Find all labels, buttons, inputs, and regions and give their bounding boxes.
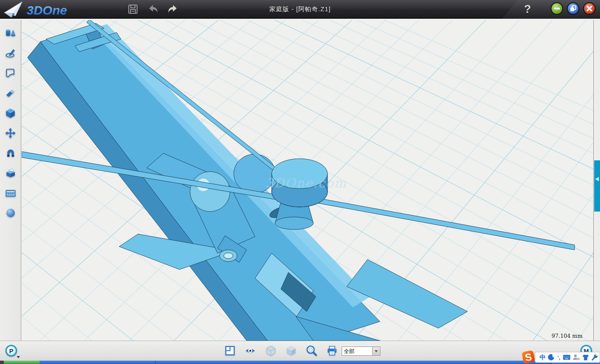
sketch-pen-icon (5, 48, 16, 58)
maximize-button[interactable] (567, 2, 580, 15)
shaded-cube-icon (286, 345, 297, 356)
close-button[interactable] (583, 2, 596, 15)
taskbar-divider (155, 361, 156, 364)
surface-sheet-icon (5, 68, 16, 78)
taskbar-corner (0, 361, 4, 364)
sphere-icon (5, 208, 16, 218)
left-toolbar (0, 20, 21, 341)
zoom-button[interactable] (306, 345, 317, 356)
moon-icon[interactable] (548, 353, 555, 362)
minimize-button[interactable] (550, 2, 563, 15)
windows-taskbar-edge (0, 361, 600, 364)
display-filter-dropdown[interactable]: 全部 (342, 347, 380, 356)
3d-scene: 3DOne.com (22, 20, 594, 341)
eraser-icon (5, 88, 16, 98)
ime-toolbar: 中 ’, (535, 352, 600, 363)
view-corner-icon (225, 345, 235, 356)
sidebar-tool-special-box[interactable] (1, 165, 20, 180)
ime-punctuation-mode[interactable]: ’, (557, 353, 561, 362)
3d-viewport[interactable]: 3DOne.com 97.104 mm (22, 20, 594, 341)
shirt-icon[interactable] (582, 353, 589, 362)
right-panel-strip (594, 20, 600, 341)
move-arrows-icon (5, 128, 16, 138)
view-corner-button[interactable] (224, 345, 235, 356)
status-bar: P (0, 341, 600, 361)
sidebar-tool-primitives[interactable] (1, 25, 20, 40)
dropdown-arrow-button[interactable] (372, 347, 380, 355)
sogou-logo[interactable]: S (521, 350, 536, 364)
visibility-button[interactable] (245, 345, 256, 356)
view-toolbar (224, 345, 338, 356)
3done-window: 3DOne 家庭版 - [阿帕奇. (0, 0, 600, 364)
sidebar-tool-material-sphere[interactable] (1, 205, 20, 220)
minimize-icon (554, 8, 560, 10)
sidebar-tool-measure[interactable] (1, 185, 20, 200)
open-box-icon (5, 168, 16, 178)
print-button[interactable] (326, 345, 338, 356)
watermark: 3DOne.com (265, 176, 347, 190)
chevron-left-icon (595, 177, 599, 181)
printer-icon (327, 345, 338, 356)
pm-left-badge[interactable]: P (5, 345, 17, 357)
magnifier-icon (306, 345, 317, 356)
start-button-edge[interactable] (4, 361, 40, 364)
display-filter-value: 全部 (342, 347, 372, 355)
sidebar-tool-sketch[interactable] (1, 45, 20, 60)
window-title: 家庭版 - [阿帕奇.Z1] (0, 0, 600, 19)
measure-ruler-icon (5, 188, 16, 197)
grid-scale-label: 97.104 mm (552, 333, 582, 339)
sidebar-tool-eraser[interactable] (1, 85, 20, 100)
chevron-down-icon (375, 350, 378, 352)
panel-expand-tab[interactable] (594, 160, 600, 212)
sidebar-tool-move[interactable] (1, 125, 20, 140)
eye-icon (245, 345, 256, 356)
cube-icon (5, 108, 16, 118)
badge-dropdown-caret[interactable] (17, 356, 20, 358)
wireframe-cube-icon (265, 345, 276, 356)
sidebar-tool-feature-cube[interactable] (1, 105, 20, 120)
shaded-view-button[interactable] (285, 345, 297, 356)
wireframe-view-button[interactable] (265, 345, 276, 356)
wrench-icon[interactable] (591, 353, 598, 362)
magnet-icon (5, 148, 16, 158)
sidebar-tool-magnet-constraint[interactable] (1, 145, 20, 160)
ime-language-mode[interactable]: 中 (540, 353, 546, 362)
sidebar-tool-surface[interactable] (1, 65, 20, 80)
help-button[interactable]: ? (521, 1, 534, 17)
keyboard-icon[interactable] (563, 353, 570, 362)
primitives-icon (5, 28, 16, 38)
title-bar: 3DOne 家庭版 - [阿帕奇. (0, 0, 600, 19)
user-icon[interactable] (572, 353, 580, 362)
